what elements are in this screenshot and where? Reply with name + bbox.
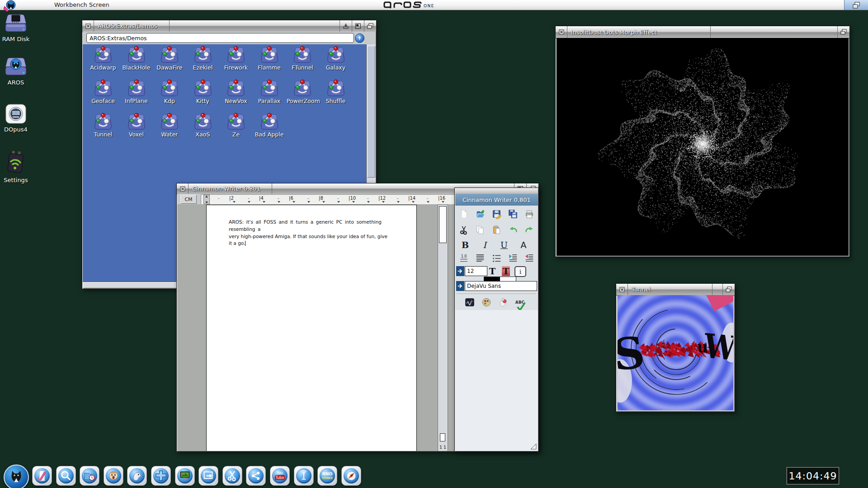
tab-stop-marker[interactable] bbox=[322, 201, 325, 203]
scrollbar-thumb[interactable] bbox=[367, 46, 375, 178]
open-document-button[interactable] bbox=[474, 208, 486, 220]
demo-item[interactable]: Galaxy bbox=[320, 45, 352, 71]
insert-image-button[interactable] bbox=[464, 296, 476, 308]
document-page[interactable]: AROS: it's all FOSS and it turns a gener… bbox=[206, 205, 417, 451]
font-style-button[interactable]: A bbox=[518, 239, 529, 251]
dock-item-browser[interactable] bbox=[341, 466, 361, 486]
font-name-input[interactable] bbox=[465, 281, 537, 291]
format-paint-button[interactable] bbox=[497, 296, 509, 308]
demo-item[interactable]: Voxel bbox=[121, 112, 152, 138]
iconify-gadget[interactable] bbox=[340, 20, 352, 32]
resize-gadget[interactable] bbox=[530, 443, 537, 450]
demo-item[interactable]: NewVox bbox=[220, 79, 252, 104]
tab-stop-marker[interactable] bbox=[278, 201, 280, 203]
depth-gadget[interactable] bbox=[722, 284, 735, 295]
demo-item[interactable]: PowerZoom bbox=[287, 79, 318, 104]
scrollbar-gadget[interactable] bbox=[440, 433, 445, 441]
dock-item-avatar[interactable] bbox=[104, 466, 123, 486]
demo-item[interactable]: Ezekiel bbox=[187, 45, 219, 71]
toolbox-drag-bar[interactable] bbox=[455, 188, 538, 194]
dock-item-share[interactable] bbox=[246, 466, 266, 486]
color-palette-button[interactable] bbox=[481, 296, 492, 308]
dock-item-file-manager[interactable] bbox=[80, 466, 99, 486]
save-as-button[interactable] bbox=[507, 208, 519, 220]
demo-item[interactable]: Kdp bbox=[154, 79, 185, 104]
desktop-icon-dopus4[interactable]: DOpus4 bbox=[2, 103, 30, 133]
underline-button[interactable]: U bbox=[498, 239, 510, 251]
tab-stop-marker[interactable] bbox=[367, 201, 370, 203]
tab-stop-marker[interactable] bbox=[248, 201, 250, 203]
dock-item-rno-tunes[interactable]: RNOTUNES bbox=[317, 466, 337, 486]
close-gadget[interactable] bbox=[82, 20, 94, 32]
demo-item[interactable]: Bad Apple bbox=[254, 112, 285, 138]
italic-button[interactable]: I bbox=[479, 239, 491, 251]
redo-button[interactable] bbox=[524, 224, 535, 236]
new-document-button[interactable] bbox=[458, 208, 470, 220]
dock-item-aros-menu[interactable] bbox=[4, 465, 29, 488]
demo-item[interactable]: Acidwarp bbox=[87, 45, 119, 71]
cut-button[interactable] bbox=[458, 224, 470, 236]
demo-item[interactable]: Flamme bbox=[254, 45, 285, 71]
tab-stop-marker[interactable] bbox=[382, 201, 385, 203]
tab-stop-marker[interactable] bbox=[307, 201, 310, 203]
save-button[interactable] bbox=[491, 208, 503, 220]
depth-gadget[interactable] bbox=[837, 26, 849, 38]
font-apply-button[interactable] bbox=[456, 281, 464, 291]
demo-item[interactable]: Parallax bbox=[254, 79, 285, 104]
demo-item[interactable]: FTunnel bbox=[287, 45, 318, 71]
path-input[interactable] bbox=[86, 33, 354, 43]
tab-stop-marker[interactable] bbox=[292, 201, 295, 203]
tab-stop-marker[interactable] bbox=[427, 201, 429, 203]
demo-item[interactable]: BlackHole bbox=[121, 45, 152, 71]
close-gadget[interactable] bbox=[556, 26, 567, 38]
indent-increase-button[interactable] bbox=[507, 252, 519, 264]
tab-stop-marker[interactable] bbox=[412, 201, 415, 203]
tab-stop-marker[interactable] bbox=[337, 201, 340, 203]
insolitdust-titlebar[interactable]: InsolitDust Dots Morph Effect bbox=[556, 26, 849, 38]
font-size-apply-button[interactable] bbox=[456, 266, 464, 276]
zoom-gadget[interactable] bbox=[352, 20, 364, 32]
dock-item-snip[interactable] bbox=[222, 466, 242, 486]
scrollbar-thumb[interactable] bbox=[439, 206, 447, 243]
document-scrollbar[interactable]: 1 1 bbox=[438, 204, 448, 451]
screen-depth-gadget[interactable] bbox=[844, 0, 868, 10]
highlight-color-button[interactable]: T bbox=[500, 265, 512, 277]
copy-button[interactable] bbox=[474, 224, 486, 236]
font-size-input[interactable] bbox=[465, 266, 487, 276]
demo-item[interactable]: Ze bbox=[220, 112, 252, 138]
desktop-icon-aros[interactable]: AROS bbox=[2, 55, 30, 86]
desktop-icon-ram-disk[interactable]: RAM Disk bbox=[2, 12, 30, 42]
tab-stop-marker[interactable] bbox=[397, 201, 400, 203]
numbered-list-button[interactable] bbox=[491, 252, 503, 264]
demos-titlebar[interactable]: AROS:Extras/Demos bbox=[82, 20, 376, 32]
demo-item[interactable]: Kitty bbox=[187, 79, 219, 104]
ruler-unit-button[interactable]: CM bbox=[180, 195, 197, 204]
line-spacing-button[interactable]: 1.0 bbox=[458, 252, 470, 264]
dock-item-screen-picture[interactable] bbox=[175, 466, 195, 486]
tab-stop-marker[interactable] bbox=[233, 201, 236, 203]
tab-stop-marker[interactable] bbox=[352, 201, 355, 203]
demo-item[interactable]: Shuffle bbox=[320, 79, 352, 104]
indent-decrease-button[interactable] bbox=[524, 252, 535, 264]
close-gadget[interactable] bbox=[616, 284, 628, 295]
margin-marker[interactable] bbox=[203, 195, 210, 204]
demo-item[interactable]: Tunnel bbox=[87, 112, 119, 138]
dock-item-youtube[interactable]: YouTube bbox=[270, 466, 290, 486]
dock-item-radio[interactable] bbox=[294, 466, 314, 486]
info-button[interactable]: i bbox=[514, 266, 526, 277]
dock-item-text-editor[interactable] bbox=[32, 466, 52, 486]
paste-button[interactable] bbox=[491, 224, 503, 236]
dock-item-window-forward[interactable] bbox=[198, 466, 218, 486]
demo-item[interactable]: Firework bbox=[220, 45, 252, 71]
document-text[interactable]: AROS: it's all FOSS and it turns a gener… bbox=[229, 219, 391, 247]
desktop-icon-settings[interactable]: Settings bbox=[2, 149, 30, 183]
tab-stop-marker[interactable] bbox=[442, 201, 444, 203]
undo-button[interactable] bbox=[507, 224, 519, 236]
bold-button[interactable]: B bbox=[459, 239, 471, 251]
dock-item-ghost[interactable] bbox=[127, 466, 147, 486]
demo-item[interactable]: InfPlane bbox=[121, 79, 152, 104]
demo-item[interactable]: XaoS bbox=[187, 112, 219, 138]
depth-gadget[interactable] bbox=[364, 20, 376, 32]
tunnel-titlebar[interactable]: Tunnel bbox=[616, 284, 735, 296]
demo-item[interactable]: Water bbox=[154, 112, 185, 138]
